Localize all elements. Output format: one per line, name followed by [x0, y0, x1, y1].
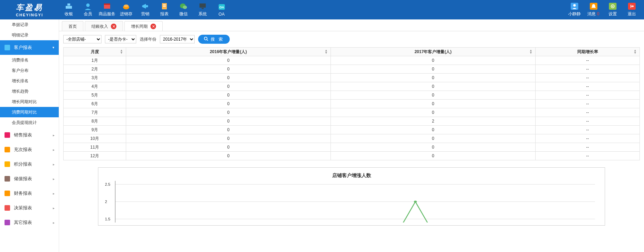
nav-label: 微信: [179, 11, 188, 17]
group-label: 储值报表: [14, 176, 32, 182]
filter-row: -全部店铺- -是否办卡- 选择年份 2016-2017年 搜 索: [63, 35, 640, 44]
side-sub[interactable]: 增长同期对比: [0, 96, 59, 107]
store-select[interactable]: -全部店铺-: [63, 35, 101, 43]
svg-point-22: [612, 6, 613, 7]
cell: 0: [126, 74, 331, 82]
side-group[interactable]: 销售报表▸: [0, 128, 59, 142]
side-link[interactable]: 明细记录: [0, 30, 59, 40]
col-header[interactable]: 2017年客户增量(人)▲▼: [331, 48, 536, 56]
tab[interactable]: 首页: [62, 21, 83, 31]
y-tick: 1.5: [105, 217, 110, 221]
nav-member[interactable]: 会员: [78, 0, 97, 19]
cell: 0: [331, 74, 536, 82]
group-label: 积分报表: [14, 161, 32, 167]
side-sub[interactable]: 消费排名: [0, 55, 59, 65]
side-sub[interactable]: 客户分布: [0, 65, 59, 76]
nav-user[interactable]: 小静静: [565, 0, 584, 19]
cell: 0: [126, 152, 331, 160]
cell: 0: [126, 108, 331, 117]
year-select[interactable]: 2016-2017年: [160, 35, 195, 43]
top-nav-right: 小静静消息 0设置退出: [565, 0, 644, 19]
side-sub[interactable]: 会员提现统计: [0, 117, 59, 128]
chart-svg: [115, 181, 595, 222]
cell: --: [536, 65, 640, 74]
tab[interactable]: 结账收入✕: [85, 21, 123, 31]
close-icon[interactable]: ✕: [150, 24, 156, 29]
nav-megaphone[interactable]: 营销: [136, 0, 155, 19]
cell: --: [536, 134, 640, 143]
cell: 8月: [64, 117, 126, 126]
svg-rect-30: [5, 205, 10, 211]
col-header[interactable]: 2016年客户增量(人)▲▼: [126, 48, 331, 56]
svg-rect-0: [66, 6, 72, 9]
nav-wechat[interactable]: 微信: [174, 0, 193, 19]
cell: --: [536, 126, 640, 134]
tab-label: 增长同期: [131, 22, 148, 31]
side-sub[interactable]: 增长排名: [0, 76, 59, 86]
card-select[interactable]: -是否办卡-: [105, 35, 136, 43]
nav-inventory[interactable]: 进销存: [116, 0, 136, 19]
group-label: 决策报表: [14, 205, 32, 211]
nav-cashier[interactable]: 收银: [59, 0, 78, 19]
svg-point-44: [414, 201, 417, 203]
group-icon: [4, 190, 10, 196]
side-group[interactable]: 储值报表▸: [0, 171, 59, 186]
nav-oa[interactable]: OAOA: [212, 0, 231, 19]
cell: 7月: [64, 108, 126, 117]
nav-system[interactable]: 系统: [193, 0, 212, 19]
side-group[interactable]: 充次报表▸: [0, 142, 59, 157]
table-row: 3月00--: [64, 74, 640, 82]
chevron-icon: ▸: [52, 47, 56, 49]
user-icon: [570, 2, 579, 10]
cell: 9月: [64, 126, 126, 134]
nav-product[interactable]: 商品服务: [97, 0, 116, 19]
svg-text:OA: OA: [219, 6, 224, 9]
nav-msg[interactable]: 消息 0: [584, 0, 603, 19]
topbar: 车盈易 CHEYINGYI 收银会员商品服务进销存营销报表微信系统OAOA 小静…: [0, 0, 644, 19]
side-group[interactable]: 积分报表▸: [0, 157, 59, 171]
table-row: 11月00--: [64, 143, 640, 152]
nav-settings[interactable]: 设置: [603, 0, 622, 19]
top-nav: 收银会员商品服务进销存营销报表微信系统OAOA: [59, 0, 565, 19]
cell: 4月: [64, 82, 126, 91]
col-header[interactable]: 月度▲▼: [64, 48, 126, 56]
group-label: 财务报表: [14, 190, 32, 196]
nav-exit[interactable]: 退出: [622, 0, 641, 19]
search-button[interactable]: 搜 索: [198, 35, 230, 44]
cell: 2: [331, 117, 536, 126]
side-link[interactable]: 单据记录: [0, 19, 59, 30]
bell-icon: [589, 2, 598, 10]
cell: 0: [126, 100, 331, 108]
cell: 0: [331, 143, 536, 152]
header-label: 2016年客户增量(人): [210, 49, 247, 54]
side-sub[interactable]: 消费同期对比: [0, 107, 59, 117]
nav-report[interactable]: 报表: [155, 0, 174, 19]
table-row: 6月00--: [64, 100, 640, 108]
col-header[interactable]: 同期增长率▲▼: [536, 48, 640, 56]
cell: 0: [126, 134, 331, 143]
nav-label: 营销: [141, 11, 149, 17]
close-icon[interactable]: ✕: [111, 24, 116, 29]
svg-rect-14: [202, 8, 204, 9]
tab[interactable]: 增长同期✕: [124, 21, 163, 31]
cell: 0: [126, 117, 331, 126]
container: 单据记录明细记录客户报表▸消费排名客户分布增长排名增长趋势增长同期对比消费同期对…: [0, 19, 644, 252]
cell: 0: [331, 152, 536, 160]
svg-rect-13: [199, 3, 206, 8]
side-group[interactable]: 决策报表▸: [0, 201, 59, 215]
sort-icon: ▲▼: [325, 49, 328, 54]
search-icon: [204, 36, 209, 42]
nav-label: 会员: [84, 11, 92, 17]
side-group[interactable]: 客户报表▸: [0, 40, 59, 55]
cell: 2月: [64, 65, 126, 74]
cell: --: [536, 152, 640, 160]
table-row: 7月00--: [64, 108, 640, 117]
member-icon: [84, 2, 92, 10]
side-group[interactable]: 财务报表▸: [0, 186, 59, 201]
side-group[interactable]: 其它报表▸: [0, 215, 59, 230]
data-table: 月度▲▼2016年客户增量(人)▲▼2017年客户增量(人)▲▼同期增长率▲▼ …: [63, 47, 640, 160]
nav-label: OA: [219, 12, 225, 17]
side-sub[interactable]: 增长趋势: [0, 86, 59, 96]
wechat-icon: [179, 2, 188, 10]
chevron-icon: ▸: [53, 148, 55, 152]
